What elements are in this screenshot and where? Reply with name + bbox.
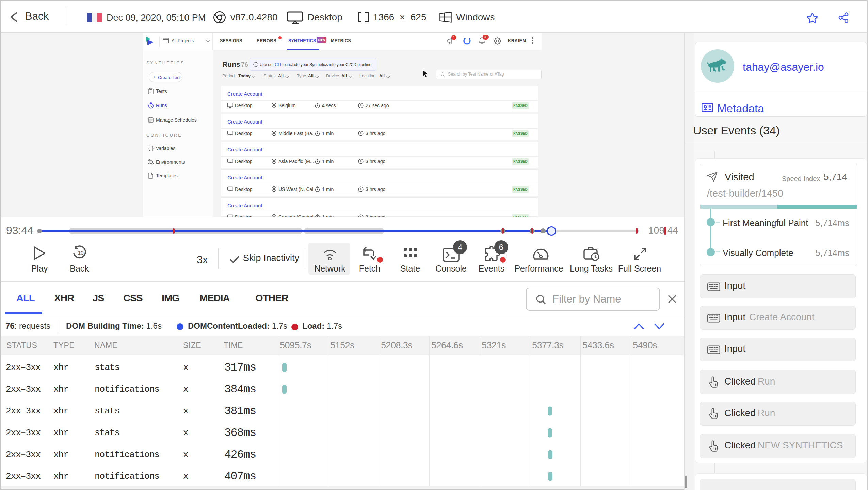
svg-text:10: 10 — [78, 250, 84, 256]
